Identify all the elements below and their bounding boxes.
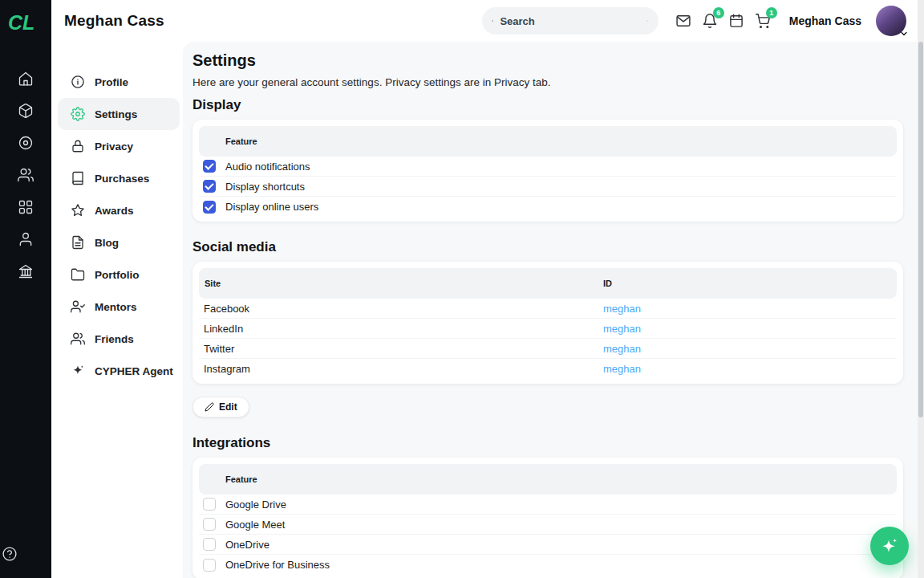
table-row: Google Drive [199,495,897,515]
column-header-feature: Feature [225,136,257,146]
sidebar-item-purchases[interactable]: Purchases [58,162,180,194]
social-id-link[interactable]: meghan [603,343,897,355]
user-icon[interactable] [16,230,35,249]
sidebar-item-awards[interactable]: Awards [58,194,180,226]
column-header-site: Site [205,279,603,288]
folder-icon [71,267,85,282]
scrollbar-thumb[interactable] [918,42,923,417]
display-card: Feature Audio notifications Display shor… [192,120,903,222]
table-header: Feature [199,126,897,157]
sidebar-item-portfolio[interactable]: Portfolio [58,258,180,291]
social-section-title: Social media [192,239,903,255]
social-id-link[interactable]: meghan [603,363,897,375]
header-icons: 6 1 [673,10,773,31]
sidebar-item-mentors[interactable]: Mentors [58,291,180,323]
sidebar-item-settings[interactable]: Settings [58,98,180,130]
site-name: Facebook [204,303,603,315]
sidebar-item-label: Purchases [95,173,149,185]
search-bar[interactable] [482,7,659,35]
cart-badge: 1 [766,7,777,18]
feature-label: Google Drive [225,499,286,511]
chevron-down-icon[interactable] [646,15,648,26]
sidebar-item-cypher-agent[interactable]: CYPHER Agent [58,355,180,387]
integrations-section-title: Integrations [192,435,903,451]
integrations-card: Feature Google Drive Google Meet OneDriv… [192,458,903,578]
checkbox[interactable] [203,160,216,173]
search-icon [492,14,494,27]
rail-nav [16,69,35,281]
search-input[interactable] [500,15,640,27]
notifications-button[interactable]: 6 [699,10,720,31]
gear-icon [71,107,85,121]
courses-icon[interactable] [16,101,35,120]
sidebar-item-label: Profile [95,76,128,88]
settings-subtitle: Here are your general account settings. … [192,76,903,89]
sidebar-item-blog[interactable]: Blog [58,226,180,258]
cart-button[interactable]: 1 [752,10,773,31]
checkbox[interactable] [203,518,216,531]
sparkles-icon [880,536,899,556]
column-header-feature: Feature [225,474,257,484]
apps-grid-icon[interactable] [16,197,35,217]
calendar-button[interactable] [726,10,747,31]
table-row: Display online users [199,197,897,217]
site-name: LinkedIn [204,323,603,335]
sidebar-item-privacy[interactable]: Privacy [58,130,180,162]
table-row: OneDrive [199,535,897,555]
cypher-agent-fab[interactable] [870,527,909,565]
scrollbar[interactable] [918,0,924,578]
site-name: Twitter [204,343,603,355]
sidebar-item-friends[interactable]: Friends [58,323,180,355]
top-bar: Meghan Cass 6 1 Meghan Cass [51,0,924,42]
notifications-badge: 6 [713,7,724,18]
people-icon [71,332,85,346]
app-logo[interactable]: CL [8,10,42,35]
table-row: OneDrive for Business [199,555,897,575]
feature-label: Audio notifications [225,161,310,173]
document-icon [71,235,85,250]
book-icon [71,171,85,185]
table-row: Audio notifications [199,157,897,177]
home-icon[interactable] [16,69,35,88]
user-menu[interactable] [876,6,906,36]
pencil-icon [205,402,214,412]
table-row: LinkedIn meghan [199,319,897,339]
table-row: Display shortcuts [199,177,897,197]
library-icon[interactable] [16,262,35,281]
sidebar-item-profile[interactable]: Profile [58,66,180,98]
help-icon[interactable] [0,544,19,564]
lock-icon [71,139,85,153]
site-name: Instagram [204,363,603,375]
display-section-title: Display [192,97,903,113]
checkbox[interactable] [203,559,216,572]
svg-text:CL: CL [8,11,34,34]
messages-button[interactable] [673,10,694,31]
main-content: Settings Here are your general account s… [183,42,924,578]
checkbox[interactable] [203,201,216,214]
page-title: Meghan Cass [64,12,164,30]
checkbox[interactable] [203,180,216,193]
social-id-link[interactable]: meghan [603,303,897,315]
column-header-id: ID [603,279,897,288]
edit-button[interactable]: Edit [192,397,249,417]
sidebar-item-label: Privacy [95,140,133,153]
chevron-down-icon [899,27,909,42]
settings-title: Settings [192,51,903,69]
groups-icon[interactable] [16,165,35,185]
feature-label: OneDrive for Business [225,559,330,571]
table-row: Google Meet [199,515,897,535]
sidebar-item-label: Awards [95,205,134,217]
edit-button-label: Edit [219,401,237,413]
sidebar-item-label: Mentors [95,301,137,313]
sidebar-item-label: Blog [95,237,119,249]
table-row: Twitter meghan [199,339,897,359]
table-header: Site ID [199,268,897,299]
mentor-icon [71,299,85,314]
sidebar-item-label: Portfolio [95,269,140,281]
checkbox[interactable] [203,538,216,551]
social-id-link[interactable]: meghan [603,323,897,335]
info-icon [71,75,85,89]
sidebar-item-label: CYPHER Agent [95,365,173,377]
checkbox[interactable] [203,498,216,511]
disc-icon[interactable] [16,133,35,153]
